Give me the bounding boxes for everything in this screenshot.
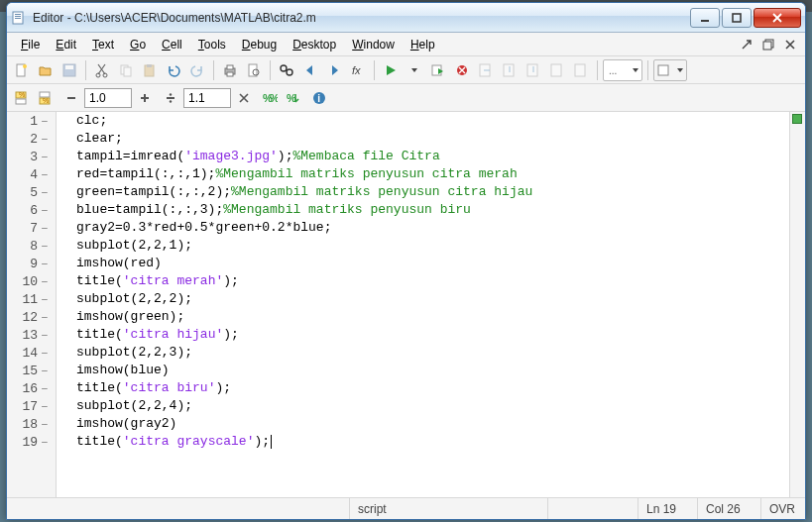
code-line[interactable]: gray2=0.3*red+0.5*green+0.2*blue; [76,219,789,237]
run-dropdown-icon[interactable] [404,59,425,81]
gutter-row[interactable]: 11– [7,290,56,308]
gutter-row[interactable]: 1– [7,112,56,130]
code-line[interactable]: red=tampil(:,:,1);%Mengambil matriks pen… [76,165,789,183]
code-line[interactable]: subplot(2,2,4); [76,397,789,415]
code-line[interactable]: imshow(red) [76,255,789,272]
gutter-row[interactable]: 19– [7,433,56,451]
restore-down-icon[interactable] [759,37,777,52]
code-line[interactable]: blue=tampil(:,:,3);%Mengambil matriks pe… [76,201,789,219]
eval-cell-advance-icon[interactable]: % [283,87,304,109]
copy-icon[interactable] [115,59,137,81]
cell-insert-below-icon[interactable]: % [35,87,57,109]
status-empty [7,498,350,519]
code-line[interactable]: title('citra biru'); [76,379,789,397]
svg-text:fx: fx [352,64,361,76]
multiply-icon[interactable] [233,87,255,109]
menu-go[interactable]: Go [122,35,154,54]
gutter-row[interactable]: 5– [7,183,56,201]
run-icon[interactable] [380,59,402,81]
gutter-row[interactable]: 18– [7,415,56,433]
menu-text[interactable]: Text [84,35,122,54]
dock-undock-icon[interactable] [738,37,755,52]
code-editor[interactable]: clc;clear;tampil=imread('image3.jpg');%M… [57,112,789,497]
function-fx-icon[interactable]: fx [347,59,369,81]
titlebar[interactable]: Editor - C:\Users\ACER\Documents\MATLAB\… [7,3,805,33]
menu-help[interactable]: Help [403,35,443,54]
code-line[interactable]: imshow(gray2) [76,415,789,433]
menu-desktop[interactable]: Desktop [285,35,344,54]
info-icon[interactable]: i [308,87,330,109]
gutter-row[interactable]: 8– [7,237,56,255]
print-icon[interactable] [219,59,241,81]
gutter-row[interactable]: 14– [7,344,56,362]
exit-debug-icon[interactable] [570,59,592,81]
toolbar-separator [213,60,214,80]
breakpoint-clear-icon[interactable] [451,59,473,81]
code-line[interactable]: subplot(2,2,2); [76,290,789,308]
code-line[interactable]: subplot(2,2,1); [76,237,789,255]
increment-value-input[interactable] [84,88,132,108]
svg-rect-17 [147,64,152,67]
gutter-row[interactable]: 12– [7,308,56,326]
continue-icon[interactable] [546,59,568,81]
gutter-row[interactable]: 15– [7,362,56,379]
undo-icon[interactable] [163,59,184,81]
gutter-row[interactable]: 13– [7,326,56,344]
minimize-button[interactable] [690,8,720,28]
close-button[interactable] [754,8,801,28]
publish-icon[interactable] [653,59,687,81]
menu-window[interactable]: Window [344,35,403,54]
decrement-icon[interactable] [60,87,82,109]
code-line[interactable]: title('citra merah'); [76,272,789,290]
cut-icon[interactable] [91,59,113,81]
editor-window: Editor - C:\Users\ACER\Documents\MATLAB\… [6,2,806,520]
nav-forward-icon[interactable] [323,59,345,81]
print-preview-icon[interactable] [243,59,265,81]
menu-cell[interactable]: Cell [154,35,190,54]
menu-tools[interactable]: Tools [190,35,234,54]
menu-edit[interactable]: Edit [48,35,84,54]
new-file-icon[interactable] [11,59,33,81]
stack-dropdown[interactable]: ... [603,59,642,81]
gutter-row[interactable]: 9– [7,255,56,272]
message-strip[interactable] [789,112,805,497]
code-line[interactable]: imshow(green); [76,308,789,326]
code-line[interactable]: tampil=imread('image3.jpg');%Membaca fil… [76,148,789,165]
gutter-row[interactable]: 3– [7,148,56,165]
gutter-row[interactable]: 7– [7,219,56,237]
menu-file[interactable]: File [13,35,48,54]
nav-back-icon[interactable] [299,59,321,81]
save-icon[interactable] [58,59,80,81]
open-file-icon[interactable] [35,59,57,81]
svg-rect-4 [701,20,709,22]
line-gutter[interactable]: 1–2–3–4–5–6–7–8–9–10–11–12–13–14–15–16–1… [7,112,57,497]
gutter-row[interactable]: 6– [7,201,56,219]
gutter-row[interactable]: 2– [7,130,56,148]
code-line[interactable]: clc; [76,112,789,130]
gutter-row[interactable]: 10– [7,272,56,290]
code-line[interactable]: title('citra hijau'); [76,326,789,344]
code-line[interactable]: title('citra grayscale'); [76,433,789,451]
gutter-row[interactable]: 17– [7,397,56,415]
paste-icon[interactable] [139,59,161,81]
editor-close-icon[interactable] [781,37,799,52]
code-line[interactable]: green=tampil(:,:,2);%Mengambil matriks p… [76,183,789,201]
increment-icon[interactable] [134,87,156,109]
redo-icon[interactable] [186,59,208,81]
find-icon[interactable] [276,59,297,81]
code-line[interactable]: imshow(blue) [76,362,789,379]
divide-icon[interactable] [160,87,181,109]
gutter-row[interactable]: 4– [7,165,56,183]
menu-debug[interactable]: Debug [234,35,285,54]
step-icon[interactable] [475,59,497,81]
code-line[interactable]: subplot(2,2,3); [76,344,789,362]
eval-cell-icon[interactable]: %% [259,87,281,109]
step-in-icon[interactable] [499,59,521,81]
step-out-icon[interactable] [522,59,544,81]
run-advance-icon[interactable] [427,59,449,81]
maximize-button[interactable] [722,8,752,28]
gutter-row[interactable]: 16– [7,379,56,397]
code-line[interactable]: clear; [76,130,789,148]
cell-insert-above-icon[interactable]: % [11,87,33,109]
multiply-value-input[interactable] [183,88,231,108]
